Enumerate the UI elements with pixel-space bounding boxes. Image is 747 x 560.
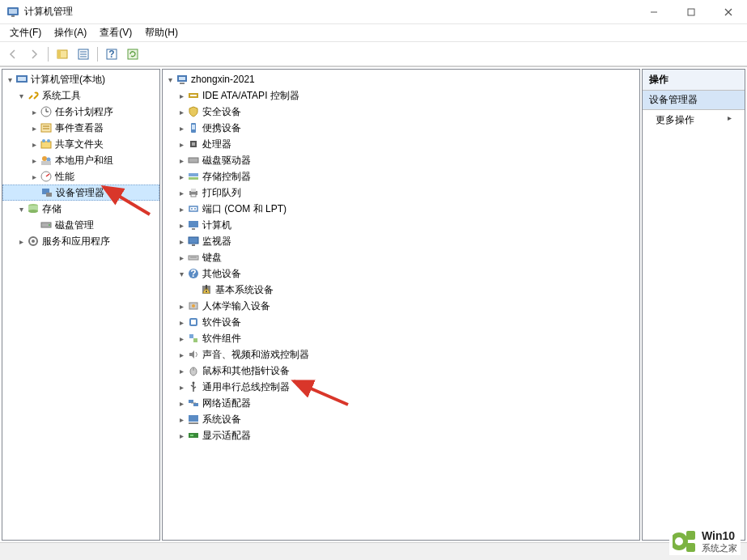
expander-icon[interactable]: ▾ bbox=[15, 205, 27, 214]
device-ports[interactable]: ▸ 端口 (COM 和 LPT) bbox=[163, 201, 639, 217]
port-icon bbox=[187, 202, 200, 215]
svg-rect-54 bbox=[191, 189, 196, 192]
svg-rect-59 bbox=[189, 221, 198, 227]
tree-label: 软件组件 bbox=[200, 332, 241, 346]
expander-icon[interactable]: ▸ bbox=[28, 172, 40, 181]
expander-icon[interactable]: ▸ bbox=[176, 334, 187, 343]
expander-icon[interactable]: ▸ bbox=[176, 140, 187, 149]
tree-task-scheduler[interactable]: ▸ 任务计划程序 bbox=[2, 104, 159, 120]
expander-icon[interactable]: ▸ bbox=[176, 367, 187, 375]
tree-label: 性能 bbox=[53, 170, 74, 184]
device-disk-drives[interactable]: ▸ 磁盘驱动器 bbox=[163, 152, 639, 168]
show-hide-tree-button[interactable] bbox=[53, 45, 72, 64]
svg-text:?: ? bbox=[108, 49, 114, 60]
device-computer[interactable]: ▸ 计算机 bbox=[163, 217, 639, 233]
help-button[interactable]: ? bbox=[102, 45, 121, 64]
expander-icon[interactable]: ▸ bbox=[15, 237, 27, 246]
svg-point-58 bbox=[194, 208, 196, 210]
expander-icon[interactable]: ▾ bbox=[4, 75, 15, 84]
svg-rect-51 bbox=[189, 173, 198, 176]
device-hid[interactable]: ▸ 人体学输入设备 bbox=[163, 298, 639, 314]
svg-rect-72 bbox=[191, 320, 196, 325]
minimize-button[interactable] bbox=[635, 0, 673, 24]
expander-icon[interactable]: ▸ bbox=[176, 237, 187, 246]
expander-icon[interactable]: ▸ bbox=[176, 383, 187, 392]
device-monitors[interactable]: ▸ 监视器 bbox=[163, 233, 639, 249]
close-button[interactable] bbox=[710, 0, 747, 24]
tree-disk-management[interactable]: ▸ 磁盘管理 bbox=[2, 217, 159, 233]
other-icon: ? bbox=[187, 267, 200, 280]
expander-icon[interactable]: ▸ bbox=[28, 108, 40, 117]
actions-more[interactable]: 更多操作 ▸ bbox=[643, 110, 745, 130]
tree-local-users[interactable]: ▸ 本地用户和组 bbox=[2, 152, 159, 168]
device-security[interactable]: ▸ 安全设备 bbox=[163, 104, 639, 120]
device-keyboards[interactable]: ▸ 键盘 bbox=[163, 249, 639, 265]
expander-icon[interactable]: ▸ bbox=[28, 124, 40, 133]
device-other-child[interactable]: ▸ ! 基本系统设备 bbox=[163, 282, 639, 298]
device-other[interactable]: ▾ ? 其他设备 bbox=[163, 265, 639, 282]
device-display[interactable]: ▸ 显示适配器 bbox=[163, 427, 639, 443]
device-root[interactable]: ▾ zhongxin-2021 bbox=[163, 71, 639, 87]
device-print-queues[interactable]: ▸ 打印队列 bbox=[163, 185, 639, 201]
tree-storage[interactable]: ▾ 存储 bbox=[2, 201, 159, 217]
device-portable[interactable]: ▸ 便携设备 bbox=[163, 120, 639, 136]
actions-pane: 操作 设备管理器 更多操作 ▸ bbox=[642, 69, 745, 541]
device-storage-controllers[interactable]: ▸ 存储控制器 bbox=[163, 168, 639, 185]
forward-button[interactable] bbox=[24, 45, 44, 64]
device-sound[interactable]: ▸ 声音、视频和游戏控制器 bbox=[163, 346, 639, 363]
tree-event-viewer[interactable]: ▸ 事件查看器 bbox=[2, 120, 159, 136]
expander-icon[interactable]: ▸ bbox=[176, 318, 187, 327]
expander-icon[interactable]: ▸ bbox=[176, 399, 187, 408]
tree-root[interactable]: ▾ 计算机管理(本地) bbox=[2, 71, 159, 87]
expander-icon[interactable]: ▸ bbox=[176, 205, 187, 214]
tree-performance[interactable]: ▸ 性能 bbox=[2, 168, 159, 185]
device-ide[interactable]: ▸ IDE ATA/ATAPI 控制器 bbox=[163, 87, 639, 104]
tree-shared-folders[interactable]: ▸ 共享文件夹 bbox=[2, 136, 159, 152]
svg-text:!: ! bbox=[205, 283, 208, 295]
expander-icon[interactable]: ▸ bbox=[176, 172, 187, 181]
software-dev-icon bbox=[187, 316, 200, 329]
expander-icon[interactable]: ▸ bbox=[28, 140, 40, 149]
device-software-components[interactable]: ▸ 软件组件 bbox=[163, 330, 639, 346]
device-network[interactable]: ▸ 网络适配器 bbox=[163, 395, 639, 411]
expander-icon[interactable]: ▸ bbox=[28, 156, 40, 165]
expander-icon[interactable]: ▾ bbox=[164, 75, 176, 84]
expander-icon[interactable]: ▾ bbox=[176, 269, 187, 278]
menu-help[interactable]: 帮助(H) bbox=[138, 24, 185, 41]
device-mice[interactable]: ▸ 鼠标和其他指针设备 bbox=[163, 363, 639, 379]
device-usb[interactable]: ▸ 通用串行总线控制器 bbox=[163, 379, 639, 395]
svg-point-78 bbox=[193, 382, 195, 384]
statusbar bbox=[0, 542, 747, 560]
expander-icon[interactable]: ▸ bbox=[176, 253, 187, 262]
expander-icon[interactable]: ▸ bbox=[176, 302, 187, 311]
back-button[interactable] bbox=[3, 45, 23, 64]
expander-icon[interactable]: ▾ bbox=[15, 91, 27, 100]
expander-icon[interactable]: ▸ bbox=[176, 415, 187, 424]
refresh-button[interactable] bbox=[123, 45, 142, 64]
device-system[interactable]: ▸ 系统设备 bbox=[163, 411, 639, 427]
device-processors[interactable]: ▸ 处理器 bbox=[163, 136, 639, 152]
expander-icon[interactable]: ▸ bbox=[176, 91, 187, 100]
security-icon bbox=[187, 105, 200, 118]
menu-file[interactable]: 文件(F) bbox=[3, 24, 48, 41]
expander-icon[interactable]: ▸ bbox=[176, 221, 187, 230]
svg-rect-1 bbox=[9, 9, 17, 14]
tree-label: 存储 bbox=[40, 202, 62, 216]
expander-icon[interactable]: ▸ bbox=[176, 431, 187, 440]
expander-icon[interactable]: ▸ bbox=[176, 350, 187, 359]
device-tree-pane[interactable]: ▾ zhongxin-2021 ▸ IDE ATA/ATAPI 控制器 ▸ 安全… bbox=[162, 69, 640, 541]
maximize-button[interactable] bbox=[673, 0, 710, 24]
tree-system-tools[interactable]: ▾ 系统工具 bbox=[2, 87, 159, 104]
tree-services-apps[interactable]: ▸ 服务和应用程序 bbox=[2, 233, 159, 249]
portable-icon bbox=[187, 121, 200, 134]
device-software-devices[interactable]: ▸ 软件设备 bbox=[163, 314, 639, 330]
menu-action[interactable]: 操作(A) bbox=[48, 24, 93, 41]
console-tree-pane[interactable]: ▾ 计算机管理(本地) ▾ 系统工具 ▸ 任务计划程序 ▸ 事件查看器 ▸ bbox=[2, 69, 160, 541]
expander-icon[interactable]: ▸ bbox=[176, 189, 187, 197]
properties-button[interactable] bbox=[74, 45, 93, 64]
expander-icon[interactable]: ▸ bbox=[176, 156, 187, 165]
expander-icon[interactable]: ▸ bbox=[176, 108, 187, 117]
expander-icon[interactable]: ▸ bbox=[176, 124, 187, 133]
tree-device-manager[interactable]: ▸ 设备管理器 bbox=[2, 185, 159, 201]
menu-view[interactable]: 查看(V) bbox=[93, 24, 138, 41]
